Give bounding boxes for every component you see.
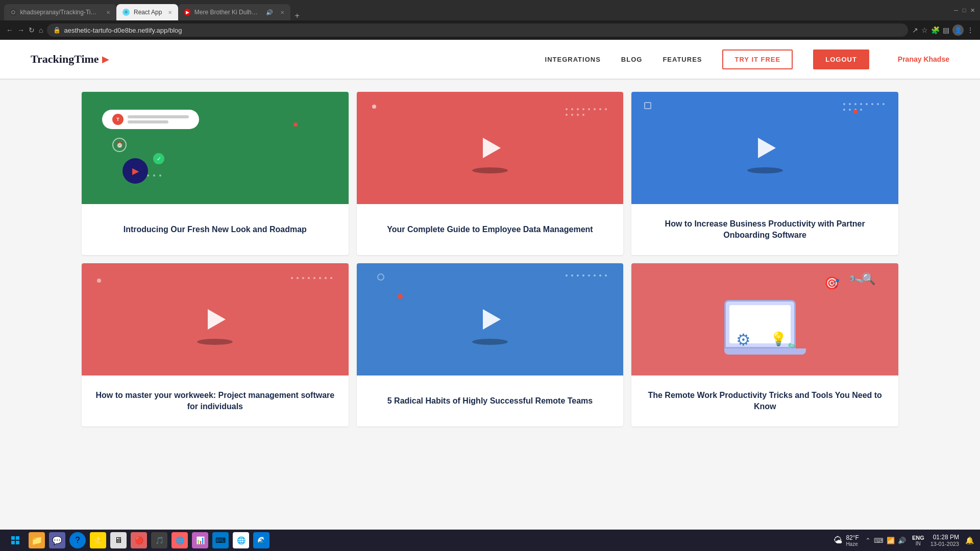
weather-info: 82°F Haze (846, 534, 859, 547)
app-icon-1[interactable]: ⭐ (90, 532, 106, 548)
tab-github[interactable]: ⬡ khadsepranay/Tracking-Time: Tra... ✕ (4, 4, 116, 20)
home-button[interactable]: ⌂ (39, 26, 43, 34)
file-explorer-icon[interactable]: 📁 (29, 532, 45, 548)
new-tab-button[interactable]: + (290, 11, 303, 20)
address-bar[interactable]: 🔒 aesthetic-tartufo-d0e8be.netlify.app/b… (47, 23, 908, 37)
tab-youtube-close[interactable]: ✕ (280, 10, 284, 15)
dot (582, 274, 584, 277)
teams-icon[interactable]: 💬 (49, 532, 65, 548)
laptop-container: ⚙ 💡 ✏ (724, 300, 806, 355)
nav-features[interactable]: FEATURES (663, 56, 702, 63)
card-title-3: How to Increase Business Productivity wi… (642, 218, 888, 241)
dot (571, 274, 573, 277)
win-square-1 (11, 536, 15, 540)
dot (319, 277, 321, 279)
dots-pattern-4 (290, 276, 333, 280)
taskbar-right: 🌤 82°F Haze ⌃ ⌨ 📶 🔊 ENG IN 01:28 PM 13-0… (834, 534, 974, 547)
nav-integrations[interactable]: INTEGRATIONS (545, 56, 601, 63)
try-free-button[interactable]: TRY IT FREE (722, 49, 793, 69)
forward-button[interactable]: → (17, 26, 24, 34)
keyboard-icon[interactable]: ⌨ (874, 537, 884, 544)
minimize-button[interactable]: ─ (952, 7, 960, 14)
laptop-illustration: 🎯 🔧 🔍 ⚙ 💡 ✏ (631, 263, 898, 375)
tab-react-close[interactable]: ✕ (168, 10, 172, 15)
edge-icon[interactable]: 🌊 (253, 532, 270, 548)
clock-display[interactable]: 01:28 PM 13-01-2023 (930, 534, 959, 547)
dot (577, 108, 579, 110)
dot (588, 274, 590, 277)
dot (577, 114, 579, 116)
tab-bar: ⬡ khadsepranay/Tracking-Time: Tra... ✕ ⚛… (4, 0, 946, 20)
menu-icon[interactable]: ⋮ (967, 26, 974, 34)
dot (566, 274, 568, 277)
bubble-line-1 (128, 115, 189, 118)
app-icon-3[interactable]: 🔴 (131, 532, 147, 548)
tab-github-close[interactable]: ✕ (106, 10, 110, 15)
play-shadow-5 (472, 339, 508, 345)
restore-button[interactable]: □ (961, 7, 968, 14)
clock-time: 01:28 PM (930, 534, 959, 541)
tab-youtube[interactable]: ▶ Mere Brother Ki Dulhan Title... 🔊 ✕ (178, 4, 290, 20)
dot (159, 174, 161, 177)
profile-icon[interactable]: 👤 (952, 24, 964, 36)
chat-bubble: T (102, 110, 199, 129)
win-square-2 (16, 536, 19, 540)
card-decoration-1: T (82, 92, 349, 204)
logo-icon: ▶ (102, 54, 109, 65)
language-display[interactable]: ENG IN (912, 535, 924, 546)
windows-logo (11, 536, 19, 544)
circle-decoration-5 (377, 273, 384, 281)
weather-condition: Haze (846, 541, 859, 547)
chrome-icon[interactable]: 🌐 (233, 532, 249, 548)
audio-icon: 🔊 (266, 9, 273, 16)
close-button[interactable]: ✕ (969, 7, 976, 14)
play-button-icon-5 (475, 304, 505, 335)
back-button[interactable]: ← (6, 26, 13, 34)
win-square-4 (16, 541, 19, 544)
taskbar: 📁 💬 ? ⭐ 🖥 🔴 🎵 🌐 📊 ⌨ 🌐 🌊 🌤 82°F Haze (0, 530, 980, 551)
blog-card-6[interactable]: 🎯 🔧 🔍 ⚙ 💡 ✏ (631, 263, 898, 427)
blog-card-1[interactable]: T (82, 92, 349, 255)
app-icon-6[interactable]: 📊 (192, 532, 208, 548)
weather-widget[interactable]: 🌤 82°F Haze (834, 534, 859, 547)
share-icon[interactable]: ↗ (912, 26, 918, 34)
card-body-6: The Remote Work Productivity Tricks and … (631, 375, 898, 427)
logo[interactable]: TrackingTime ▶ (31, 53, 109, 66)
blog-card-5[interactable]: 5 Radical Habits of Highly Successful Re… (357, 263, 624, 427)
app-icon-4[interactable]: 🎵 (151, 532, 167, 548)
sidebar-icon[interactable]: ▤ (943, 26, 949, 34)
tt-logo-letter: ▶ (132, 166, 138, 176)
volume-icon[interactable]: 🔊 (898, 537, 906, 544)
browser-chrome: ⬡ khadsepranay/Tracking-Time: Tra... ✕ ⚛… (0, 0, 980, 20)
dot (571, 108, 573, 110)
system-tray-icons: ⌃ ⌨ 📶 🔊 (865, 537, 906, 544)
extensions-icon[interactable]: 🧩 (931, 26, 940, 34)
help-icon[interactable]: ? (69, 532, 86, 548)
card-image-4 (82, 263, 349, 375)
play-shadow-4 (197, 339, 233, 345)
nav-blog[interactable]: BLOG (621, 56, 643, 63)
card-image-6: 🎯 🔧 🔍 ⚙ 💡 ✏ (631, 263, 898, 375)
bubble-line-2 (128, 120, 168, 123)
chevron-up-icon[interactable]: ⌃ (865, 537, 871, 544)
vscode-icon[interactable]: ⌨ (212, 532, 229, 548)
network-icon[interactable]: 📶 (887, 537, 895, 544)
app-icon-5[interactable]: 🌐 (172, 532, 188, 548)
bookmark-icon[interactable]: ☆ (921, 26, 928, 34)
red-dot-5 (398, 294, 403, 299)
card-image-2 (357, 92, 624, 204)
notification-icon[interactable]: 🔔 (965, 536, 974, 544)
app-icon-2[interactable]: 🖥 (110, 532, 127, 548)
blog-card-2[interactable]: Your Complete Guide to Employee Data Man… (357, 92, 624, 255)
dot (883, 103, 885, 105)
reload-button[interactable]: ↻ (29, 26, 35, 34)
tab-react[interactable]: ⚛ React App ✕ (116, 4, 178, 20)
start-button[interactable] (6, 531, 24, 549)
logout-button[interactable]: LOGOUT (813, 49, 869, 69)
blog-card-3[interactable]: How to Increase Business Productivity wi… (631, 92, 898, 255)
play-shadow-3 (747, 167, 783, 173)
user-name[interactable]: Pranay Khadse (898, 55, 949, 63)
blog-grid: T (0, 80, 980, 439)
card-body-1: Introducing Our Fresh New Look and Roadm… (82, 204, 349, 255)
blog-card-4[interactable]: How to master your workweek: Project man… (82, 263, 349, 427)
